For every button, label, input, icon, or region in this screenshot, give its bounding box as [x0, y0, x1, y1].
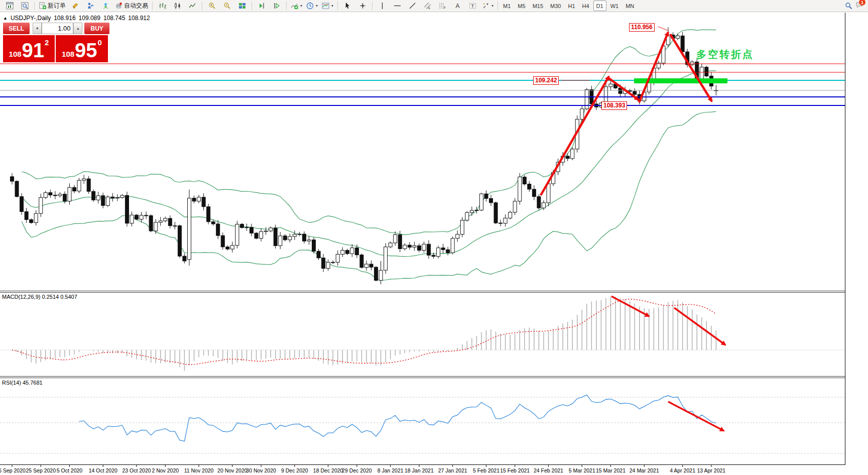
- crosshair-tool[interactable]: [355, 1, 370, 12]
- periods-button[interactable]: ▾: [304, 1, 320, 12]
- shapes-icon: [482, 2, 489, 10]
- turning-point-note[interactable]: 多空转折点: [696, 48, 754, 61]
- notification-badge: 1: [859, 0, 865, 6]
- autotrading-label: 自动交易: [124, 2, 148, 10]
- new-order-icon: [39, 2, 46, 10]
- svg-text:5 Feb 2021: 5 Feb 2021: [473, 467, 500, 473]
- timeframe-button-W1[interactable]: W1: [607, 1, 622, 11]
- timeframe-button-MN[interactable]: MN: [623, 1, 637, 11]
- volume-decrease-button[interactable]: ▼: [33, 23, 42, 34]
- main-toolbar: 新订单 自动交易 ▾ ▾: [0, 0, 868, 12]
- text-tool[interactable]: A: [450, 1, 465, 12]
- autotrading-icon: [115, 2, 122, 10]
- svg-text:13 Apr 2021: 13 Apr 2021: [697, 467, 726, 473]
- autotrading-button[interactable]: 自动交易: [113, 1, 150, 12]
- svg-text:24 Mar 2021: 24 Mar 2021: [630, 467, 659, 473]
- dropdown-arrow: ▾: [491, 4, 493, 8]
- toolbar-right: 1: [845, 1, 866, 11]
- vline-tool[interactable]: [375, 1, 390, 12]
- toolbar-separator: [337, 2, 338, 10]
- timeframe-group: M1M5M15M30H1H4D1W1MN: [500, 1, 637, 11]
- svg-text:23 Oct 2020: 23 Oct 2020: [122, 467, 151, 473]
- cursor-tool[interactable]: [340, 1, 355, 12]
- signals-icon[interactable]: [98, 1, 113, 12]
- fibonacci-tool[interactable]: F: [435, 1, 450, 12]
- auto-scroll-icon[interactable]: [254, 1, 269, 12]
- timeframe-button-H1[interactable]: H1: [565, 1, 578, 11]
- toolbar-separator: [498, 2, 498, 10]
- toolbar-separator: [34, 2, 35, 10]
- zoom-out-icon[interactable]: [219, 1, 234, 12]
- bar-chart-icon[interactable]: [155, 1, 170, 12]
- ask-price[interactable]: 108 95 0: [56, 35, 108, 62]
- support-price-label[interactable]: 108.393: [601, 101, 627, 110]
- timeframe-button-M1[interactable]: M1: [500, 1, 514, 11]
- bid-price[interactable]: 108 91 2: [3, 35, 55, 62]
- macd-label: MACD(12,26,9) 0.2514 0.5407: [2, 294, 77, 300]
- timeframe-button-H4[interactable]: H4: [579, 1, 592, 11]
- toolbar-separator: [202, 2, 202, 10]
- peak-price-label[interactable]: 110.956: [629, 23, 655, 32]
- svg-text:15 Feb 2021: 15 Feb 2021: [500, 467, 530, 473]
- svg-text:6 Sep 2020: 6 Sep 2020: [0, 467, 26, 473]
- metaeditor-icon[interactable]: [68, 1, 83, 12]
- clock-icon: [306, 2, 314, 10]
- chart-title: ▲ USDJPY-,Daily 108.916 109.089 108.745 …: [3, 15, 150, 22]
- notifications-button[interactable]: 1: [855, 1, 863, 11]
- timeframe-button-D1[interactable]: D1: [593, 1, 606, 11]
- buy-button[interactable]: BUY: [84, 23, 109, 34]
- template-icon: [322, 2, 329, 10]
- templates-button[interactable]: ▾: [320, 1, 335, 12]
- toolbar-separator: [252, 2, 252, 10]
- svg-text:14 Oct 2020: 14 Oct 2020: [89, 467, 117, 473]
- svg-text:F: F: [444, 6, 446, 10]
- rsi-label: RSI(14) 45.7681: [2, 380, 43, 386]
- market-watch-icon[interactable]: [83, 1, 98, 12]
- search-icon[interactable]: [845, 2, 852, 10]
- text-label-tool[interactable]: T: [465, 1, 480, 12]
- ask-sup: 0: [98, 38, 102, 47]
- hline-tool[interactable]: [390, 1, 405, 12]
- chart-window-icon[interactable]: [2, 1, 17, 12]
- svg-text:18 Jan 2021: 18 Jan 2021: [405, 467, 434, 473]
- indicators-button[interactable]: ▾: [289, 1, 304, 12]
- channel-tool[interactable]: E: [420, 1, 435, 12]
- volume-increase-button[interactable]: ▲: [73, 23, 82, 34]
- chart-profile-icon[interactable]: [17, 1, 32, 12]
- svg-text:E: E: [428, 7, 430, 10]
- line-chart-icon[interactable]: [185, 1, 200, 12]
- toolbar-separator: [286, 2, 287, 10]
- bid-sup: 2: [45, 38, 49, 47]
- ohlc-low: 108.745: [103, 15, 125, 22]
- tile-windows-icon[interactable]: [234, 1, 250, 12]
- ohlc-high: 109.089: [79, 15, 100, 22]
- svg-text:9 Dec 2020: 9 Dec 2020: [281, 467, 308, 473]
- trendline-tool[interactable]: [405, 1, 420, 12]
- toolbar-separator: [372, 2, 373, 10]
- symbol-expand-icon[interactable]: ▲: [3, 16, 8, 21]
- dropdown-arrow: ▾: [331, 4, 333, 8]
- svg-text:24 Feb 2021: 24 Feb 2021: [534, 467, 563, 473]
- sell-button[interactable]: SELL: [3, 23, 30, 34]
- timeframe-button-M5[interactable]: M5: [515, 1, 528, 11]
- new-order-button[interactable]: 新订单: [37, 1, 68, 12]
- indicators-icon: [291, 2, 298, 10]
- bid-main: 91: [22, 40, 45, 60]
- dropdown-arrow: ▾: [316, 4, 318, 8]
- chart-shift-icon[interactable]: [269, 1, 284, 12]
- toolbar-separator: [152, 2, 153, 10]
- shapes-button[interactable]: ▾: [480, 1, 495, 12]
- price-chart[interactable]: 111.040110.500109.960107.800107.260106.7…: [0, 0, 868, 475]
- candlestick-chart-icon[interactable]: [170, 1, 185, 12]
- svg-text:30 Nov 2020: 30 Nov 2020: [246, 467, 276, 473]
- ohlc-open: 108.916: [54, 15, 75, 22]
- bid-prefix: 108: [9, 50, 22, 58]
- timeframe-button-M30[interactable]: M30: [547, 1, 564, 11]
- svg-text:T: T: [471, 3, 474, 9]
- one-click-trading-panel: SELL ▼ 1.00 ▲ BUY 108 91 2 108 95 0: [3, 23, 109, 62]
- timeframe-button-M15[interactable]: M15: [530, 1, 546, 11]
- zoom-in-icon[interactable]: [204, 1, 219, 12]
- pullback-price-label[interactable]: 109.242: [533, 76, 559, 85]
- new-order-label: 新订单: [48, 2, 66, 10]
- volume-input[interactable]: 1.00: [42, 23, 73, 34]
